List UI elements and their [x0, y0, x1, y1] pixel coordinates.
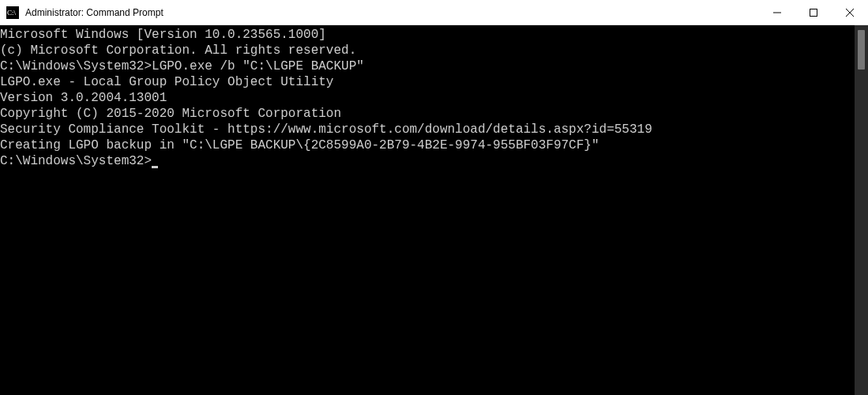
terminal-line: LGPO.exe - Local Group Policy Object Uti…: [0, 74, 855, 90]
terminal-line: (c) Microsoft Corporation. All rights re…: [0, 43, 855, 58]
scrollbar-thumb[interactable]: [858, 30, 865, 70]
scrollbar[interactable]: [855, 25, 868, 395]
terminal-line: Version 3.0.2004.13001: [0, 90, 855, 106]
terminal-output[interactable]: Microsoft Windows [Version 10.0.23565.10…: [0, 25, 855, 395]
terminal-line: Copyright (C) 2015-2020 Microsoft Corpor…: [0, 106, 855, 122]
svg-text:C:\: C:\: [7, 9, 17, 17]
terminal-area: Microsoft Windows [Version 10.0.23565.10…: [0, 25, 868, 395]
command-prompt-window: C:\ Administrator: Command Prompt Micros…: [0, 0, 868, 395]
cursor: [152, 166, 158, 168]
terminal-line: Microsoft Windows [Version 10.0.23565.10…: [0, 27, 855, 43]
window-controls: [759, 0, 868, 24]
minimize-button[interactable]: [759, 0, 795, 25]
titlebar[interactable]: C:\ Administrator: Command Prompt: [0, 0, 868, 25]
terminal-line: C:\Windows\System32>: [0, 153, 855, 169]
close-button[interactable]: [832, 0, 868, 25]
terminal-line: Security Compliance Toolkit - https://ww…: [0, 122, 855, 137]
terminal-line: Creating LGPO backup in "C:\LGPE BACKUP\…: [0, 137, 855, 153]
svg-rect-3: [810, 9, 817, 17]
window-title: Administrator: Command Prompt: [25, 7, 759, 18]
maximize-button[interactable]: [795, 0, 832, 25]
cmd-icon: C:\: [6, 6, 19, 19]
terminal-line: C:\Windows\System32>LGPO.exe /b "C:\LGPE…: [0, 58, 855, 74]
